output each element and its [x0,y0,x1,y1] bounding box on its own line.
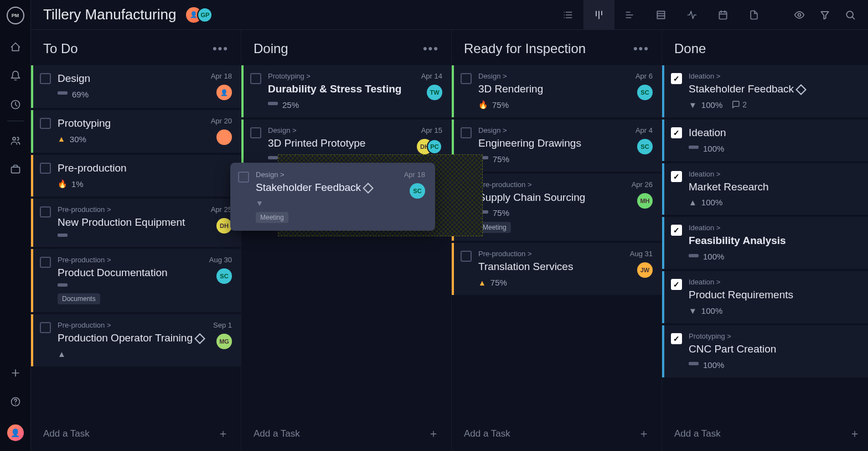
svg-point-6 [798,13,801,16]
project-members[interactable]: 👤 GP [186,7,213,23]
user-avatar[interactable]: 👤 [7,424,24,441]
card-date: Apr 6 [636,72,653,80]
assignee-avatar[interactable]: DH [216,218,232,234]
assignee-avatar[interactable]: TW [427,85,442,100]
task-checkbox[interactable] [461,251,472,262]
task-card[interactable]: Pre-production 🔥 1% [31,155,241,196]
task-card[interactable]: ✓ Ideation > Feasibility Analysis 100% [662,217,868,269]
card-meta [58,283,203,289]
add-task-button[interactable]: Add a Task＋ [662,416,868,451]
plus-icon[interactable] [9,367,22,379]
card-breadcrumb: Design > [478,126,629,134]
filter-icon[interactable] [819,9,830,20]
home-icon[interactable] [9,41,22,53]
add-task-button[interactable]: Add a Task＋ [31,416,241,451]
card-title: Product Documentation [58,266,203,279]
search-icon[interactable] [845,9,856,20]
svg-rect-4 [657,11,664,18]
card-breadcrumb: Pre-production > [58,205,204,214]
task-checkbox[interactable]: ✓ [671,333,682,344]
task-checkbox[interactable] [40,206,51,217]
add-task-button[interactable]: Add a Task＋ [241,416,451,451]
task-checkbox[interactable] [40,73,51,84]
task-checkbox[interactable] [40,163,51,174]
calendar-view-tab[interactable] [707,0,738,30]
task-checkbox[interactable]: ✓ [671,127,682,138]
topbar: Tillery Manufacturing 👤 GP [31,0,868,30]
eye-icon[interactable] [794,9,805,20]
gantt-view-tab[interactable] [614,0,645,30]
files-view-tab[interactable] [738,0,769,30]
task-checkbox[interactable] [250,127,261,138]
list-view-tab[interactable] [552,0,583,30]
task-card[interactable]: Prototyping > Durability & Stress Testin… [241,65,451,117]
people-icon[interactable] [9,134,22,147]
briefcase-icon[interactable] [9,163,22,175]
assignee-avatar[interactable] [216,129,232,145]
task-card[interactable]: ✓ Ideation > Product Requirements ▼ 100% [662,271,868,323]
card-meta: 75% [478,154,629,164]
task-card[interactable]: Design > Engineering Drawings 75% Apr 4 … [452,120,662,172]
help-icon[interactable] [9,396,22,408]
task-card[interactable]: ✓ Ideation 100% [662,120,868,161]
task-card[interactable]: Pre-production > Supply Chain Sourcing 7… [452,174,662,241]
assignee-avatar[interactable]: SC [637,85,653,100]
card-breadcrumb: Pre-production > [58,321,206,329]
clock-icon[interactable] [9,99,22,111]
task-checkbox[interactable] [250,73,261,84]
assignee-avatar[interactable]: PC [427,139,442,154]
card-breadcrumb: Design > [268,126,410,134]
avatar[interactable]: GP [197,7,213,23]
column-menu-icon[interactable]: ••• [423,42,439,56]
card-meta: ▲ [58,349,206,359]
assignee-avatar[interactable]: MG [216,334,232,349]
task-card[interactable]: Pre-production > Production Operator Tra… [31,314,241,366]
task-card[interactable]: Prototyping ▲ 30% Apr 20 [31,110,241,153]
assignee-avatar[interactable]: SC [216,268,232,284]
assignee-avatar[interactable]: SC [637,139,653,154]
card-breadcrumb: Prototyping > [689,332,857,340]
column-title: To Do [43,41,78,56]
comment-icon[interactable]: 2 [731,100,747,109]
task-card[interactable]: Pre-production > New Production Equipmen… [31,199,241,247]
assignee-avatar[interactable]: MH [637,193,653,209]
task-card[interactable]: Pre-production > Translation Services ▲ … [452,243,662,295]
assignee-avatar[interactable]: SC [410,183,425,199]
sheet-view-tab[interactable] [645,0,676,30]
milestone-icon [363,183,374,194]
milestone-icon [194,333,205,344]
add-task-button[interactable]: Add a Task＋ [452,416,662,451]
card-date: Aug 30 [209,256,232,264]
task-checkbox[interactable] [461,73,472,84]
task-checkbox[interactable] [40,257,51,268]
task-checkbox[interactable]: ✓ [671,73,682,84]
column-menu-icon[interactable]: ••• [213,42,229,56]
task-checkbox[interactable] [238,172,249,183]
card-title: Market Research [689,180,857,194]
task-card[interactable]: Design > 3D Rendering 🔥 75% Apr 6 SC [452,65,662,117]
task-checkbox[interactable]: ✓ [671,171,682,182]
card-date: Apr 20 [211,117,232,125]
card-breadcrumb: Design > [478,72,629,80]
activity-view-tab[interactable] [676,0,707,30]
task-checkbox[interactable] [461,127,472,138]
dragging-card[interactable]: Design > Stakeholder Feedback ▼ Meeting … [230,163,435,231]
assignee-avatar[interactable]: 👤 [216,85,232,100]
task-card[interactable]: ✓ Ideation > Stakeholder Feedback ▼ 100%… [662,65,868,117]
task-card[interactable]: Pre-production > Product Documentation D… [31,249,241,313]
task-checkbox[interactable] [40,118,51,129]
card-breadcrumb: Ideation > [689,72,857,80]
task-card[interactable]: ✓ Ideation > Market Research ▲ 100% [662,163,868,215]
plus-icon: ＋ [428,426,439,441]
column-menu-icon[interactable]: ••• [633,42,649,56]
task-checkbox[interactable]: ✓ [671,279,682,290]
task-checkbox[interactable]: ✓ [671,225,682,236]
task-card[interactable]: ✓ Prototyping > CNC Part Creation 100% [662,325,868,377]
bell-icon[interactable] [9,70,22,82]
task-checkbox[interactable] [40,322,51,333]
assignee-avatar[interactable]: JW [637,262,653,278]
app-logo[interactable]: PM [7,7,24,24]
task-card[interactable]: Design 69% Apr 18 👤 [31,65,241,108]
board-view-tab[interactable] [583,0,614,30]
card-title: Design [58,72,204,85]
